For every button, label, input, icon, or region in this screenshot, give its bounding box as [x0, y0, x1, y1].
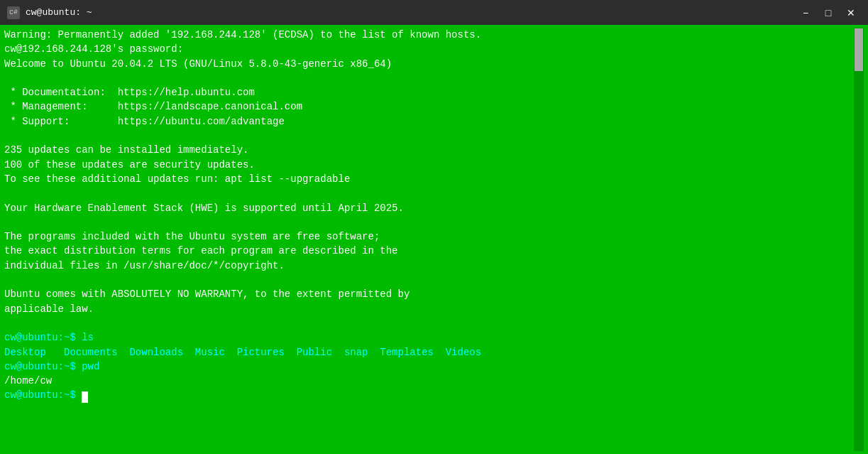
app-icon: c#: [7, 6, 20, 19]
cursor: [82, 391, 88, 403]
scrollbar-thumb[interactable]: [855, 28, 863, 71]
line-hwe: Your Hardware Enablement Stack (HWE) is …: [4, 202, 404, 214]
prompt-ls: cw@ubuntu:~$ ls: [4, 332, 94, 343]
line-doc: * Documentation: https://help.ubuntu.com: [4, 87, 255, 98]
app-icon-label: c#: [9, 9, 18, 16]
titlebar-left: c# cw@ubuntu: ~: [7, 6, 92, 19]
window-title: cw@ubuntu: ~: [26, 7, 92, 18]
line-programs3: individual files in /usr/share/doc/*/cop…: [4, 260, 285, 271]
terminal-window: c# cw@ubuntu: ~ − □ ✕ Warning: Permanent…: [0, 0, 868, 454]
ls-output: Desktop Documents Downloads Music Pictur…: [4, 347, 481, 358]
line-programs2: the exact distribution terms for each pr…: [4, 245, 398, 256]
scrollbar[interactable]: [854, 28, 864, 451]
prompt-pwd: cw@ubuntu:~$ pwd: [4, 361, 99, 372]
line-pwd-output: /home/cw: [4, 375, 52, 387]
line-warranty1: Ubuntu comes with ABSOLUTELY NO WARRANTY…: [4, 288, 410, 300]
terminal-output: Warning: Permanently added '192.168.244.…: [4, 28, 854, 403]
line-password: cw@192.168.244.128's password:: [4, 43, 183, 55]
line-programs1: The programs included with the Ubuntu sy…: [4, 231, 380, 242]
line-warranty2: applicable law.: [4, 303, 94, 315]
minimize-button[interactable]: −: [796, 5, 815, 21]
prompt-final: cw@ubuntu:~$: [4, 389, 88, 401]
line-warning: Warning: Permanently added '192.168.244.…: [4, 29, 481, 40]
line-mgmt: * Management: https://landscape.canonica…: [4, 101, 302, 112]
line-support: * Support: https://ubuntu.com/advantage: [4, 116, 285, 127]
terminal-content: Warning: Permanently added '192.168.244.…: [4, 28, 854, 451]
terminal-body[interactable]: Warning: Permanently added '192.168.244.…: [0, 25, 868, 454]
line-welcome: Welcome to Ubuntu 20.04.2 LTS (GNU/Linux…: [4, 58, 392, 70]
close-button[interactable]: ✕: [841, 5, 861, 21]
maximize-button[interactable]: □: [818, 5, 838, 21]
window-controls: − □ ✕: [796, 5, 861, 21]
line-updates1: 235 updates can be installed immediately…: [4, 144, 248, 156]
line-updates2: 100 of these updates are security update…: [4, 159, 255, 171]
line-updates3: To see these additional updates run: apt…: [4, 173, 350, 185]
titlebar: c# cw@ubuntu: ~ − □ ✕: [0, 0, 868, 25]
